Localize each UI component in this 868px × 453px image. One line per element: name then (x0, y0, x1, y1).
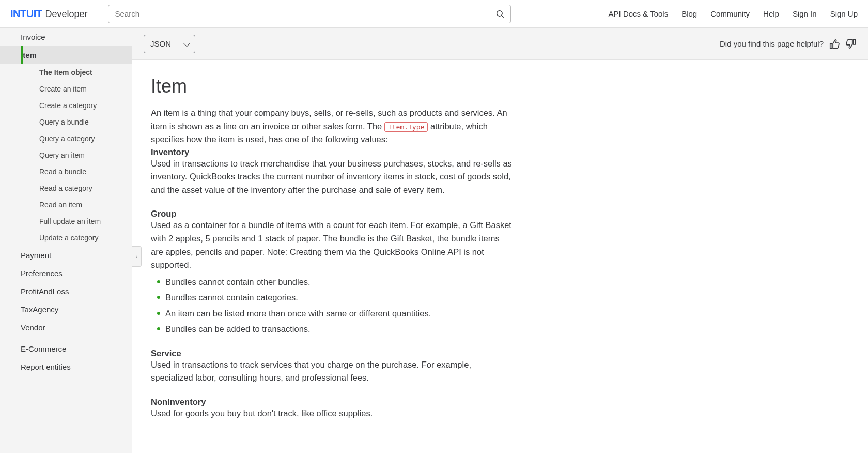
heading-group: Group (151, 209, 849, 219)
top-nav: API Docs & Tools Blog Community Help Sig… (609, 9, 858, 18)
nav-sign-in[interactable]: Sign In (793, 9, 817, 18)
body-noninventory: Used for goods you buy but don't track, … (151, 407, 513, 420)
svg-point-0 (497, 10, 503, 16)
search-icon[interactable] (495, 9, 505, 19)
search-wrap (108, 5, 511, 23)
nav-community[interactable]: Community (710, 9, 750, 18)
thumbs-down-icon[interactable] (845, 38, 857, 50)
bullet-item: An item can be listed more than once wit… (151, 306, 513, 322)
sidebar-item-vendor[interactable]: Vendor (0, 319, 132, 337)
body-group: Used as a container for a bundle of item… (151, 219, 513, 271)
sidebar-sub-full-update-item[interactable]: Full update an item (0, 213, 132, 230)
body-service: Used in transactions to track services t… (151, 358, 513, 385)
sidebar-item-taxagency[interactable]: TaxAgency (0, 300, 132, 319)
sidebar-sub-query-bundle[interactable]: Query a bundle (0, 114, 132, 130)
bullet-item: Bundles cannot contain other bundles. (151, 274, 513, 290)
sidebar-item-item[interactable]: Item (0, 46, 132, 64)
heading-noninventory: NonInventory (151, 397, 849, 407)
chevron-left-icon: ‹ (136, 254, 137, 260)
sidebar-sub-read-bundle[interactable]: Read a bundle (0, 163, 132, 180)
sidebar-sub-update-category[interactable]: Update a category (0, 230, 132, 246)
heading-service: Service (151, 349, 849, 358)
toolbar: JSON Did you find this page helpful? (132, 28, 868, 60)
search-input[interactable] (108, 5, 511, 23)
thumbs-up-icon[interactable] (829, 38, 840, 50)
sidebar-collapse-toggle[interactable]: ‹ (132, 246, 142, 267)
feedback: Did you find this page helpful? (720, 38, 857, 50)
logo-brand: INTUIT (10, 8, 42, 20)
sidebar: Invoice Item The Item object Create an i… (0, 28, 132, 453)
sidebar-sub-read-item[interactable]: Read an item (0, 197, 132, 213)
content: ‹ Item An item is a thing that your comp… (132, 60, 868, 453)
sidebar-sub-query-item[interactable]: Query an item (0, 147, 132, 163)
sidebar-section-report-entities[interactable]: Report entities (0, 358, 132, 376)
sidebar-sub-item-object[interactable]: The Item object (0, 64, 132, 81)
nav-api-docs[interactable]: API Docs & Tools (609, 9, 669, 18)
heading-inventory: Inventory (151, 147, 849, 157)
format-select[interactable]: JSON (144, 35, 195, 53)
feedback-text: Did you find this page helpful? (720, 39, 824, 48)
sidebar-item-profitandloss[interactable]: ProfitAndLoss (0, 282, 132, 300)
sidebar-item-payment[interactable]: Payment (0, 246, 132, 264)
intro-paragraph: An item is a thing that your company buy… (151, 107, 513, 146)
bullet-item: Bundles can be added to transactions. (151, 321, 513, 337)
nav-help[interactable]: Help (763, 9, 779, 18)
nav-sign-up[interactable]: Sign Up (830, 9, 858, 18)
sidebar-sub-create-item[interactable]: Create an item (0, 81, 132, 97)
sidebar-sub-query-category[interactable]: Query a category (0, 130, 132, 147)
page-title: Item (151, 76, 849, 97)
sidebar-item-preferences[interactable]: Preferences (0, 264, 132, 282)
sidebar-sub-read-category[interactable]: Read a category (0, 180, 132, 197)
inline-code-item-type: Item.Type (384, 122, 428, 132)
sidebar-section-ecommerce[interactable]: E-Commerce (0, 340, 132, 358)
sidebar-item-invoice[interactable]: Invoice (0, 28, 132, 46)
nav-blog[interactable]: Blog (681, 9, 697, 18)
group-bullets: Bundles cannot contain other bundles. Bu… (151, 274, 513, 337)
logo[interactable]: INTUIT Developer (10, 8, 87, 20)
header-bar: INTUIT Developer API Docs & Tools Blog C… (0, 0, 868, 28)
sidebar-sub-create-category[interactable]: Create a category (0, 97, 132, 114)
body-inventory: Used in transactions to track merchandis… (151, 157, 513, 197)
bullet-item: Bundles cannot contain categories. (151, 290, 513, 306)
logo-sub: Developer (45, 9, 87, 20)
svg-line-1 (502, 16, 504, 18)
